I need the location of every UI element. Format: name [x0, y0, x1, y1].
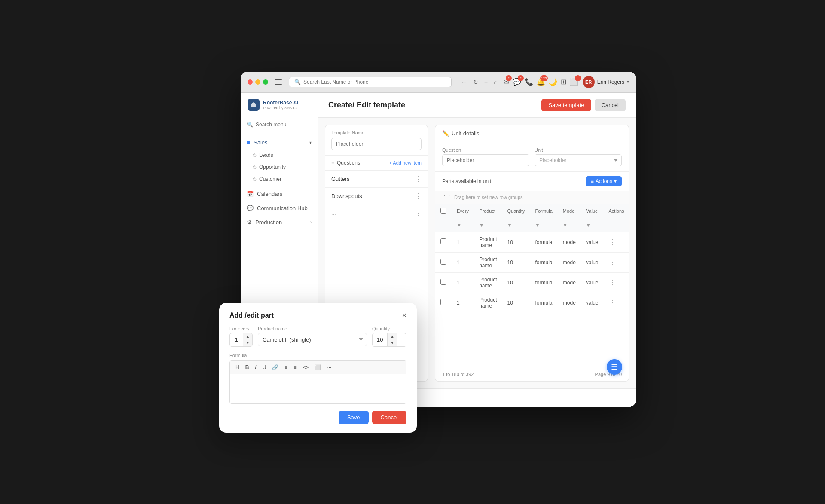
refresh-button[interactable]: ↻ — [471, 78, 480, 86]
modal-save-button[interactable]: Save — [339, 411, 369, 424]
sidebar-item-calendars[interactable]: 📅 Calendars — [241, 187, 318, 201]
filter-every-icon[interactable]: ▼ — [457, 223, 461, 228]
formula-toolbar: H B I U 🔗 ≡ ≡ <> ⬜ ··· — [229, 360, 406, 374]
gutters-more-icon[interactable]: ⋮ — [415, 175, 422, 183]
layout-icon[interactable]: ⊞ — [561, 78, 566, 86]
production-arrow-icon: › — [310, 220, 312, 225]
filter-formula-icon[interactable]: ▼ — [535, 223, 540, 228]
forward-button[interactable]: + — [483, 78, 489, 86]
filter-mode-icon[interactable]: ▼ — [563, 223, 568, 228]
quantity-stepper[interactable]: 10 ▲ ▼ — [372, 333, 406, 347]
row1-more-icon[interactable]: ⋮ — [609, 238, 616, 246]
back-button[interactable]: ← — [459, 78, 469, 86]
chat-icon[interactable]: 💬 2 — [513, 78, 521, 86]
page-title: Create/ Edit template — [328, 101, 405, 110]
template-name-input[interactable] — [331, 138, 422, 150]
modal-close-button[interactable]: × — [402, 312, 406, 319]
hamburger-icon[interactable] — [272, 77, 284, 87]
sidebar-item-leads[interactable]: ◎ Leads — [253, 149, 318, 161]
formula-bold-button[interactable]: B — [243, 363, 251, 371]
table-container[interactable]: ⋮⋮ Drag here to set new row groups Every — [435, 191, 629, 367]
sidebar-item-opportunity[interactable]: ◎ Opportunity — [253, 161, 318, 173]
filter-cell-mode: ▼ — [558, 218, 581, 232]
question-input[interactable] — [442, 154, 529, 166]
product-name-select[interactable]: Camelot II (shingle) — [258, 333, 367, 346]
maximize-dot[interactable] — [263, 79, 268, 85]
row4-formula: formula — [530, 293, 557, 313]
row4-more-icon[interactable]: ⋮ — [609, 299, 616, 306]
stepper-up-button[interactable]: ▲ — [243, 333, 252, 340]
url-bar[interactable]: 🔍 — [289, 77, 452, 87]
row3-actions[interactable]: ⋮ — [604, 272, 629, 293]
mail-icon[interactable]: ✉ 2 — [504, 78, 509, 86]
question-item-gutters[interactable]: Gutters ⋮ — [325, 171, 428, 188]
sales-children: ◎ Leads ◎ Opportunity ◎ Customer — [241, 149, 318, 185]
notification-icon[interactable]: 🔔 123 — [537, 78, 545, 86]
formula-more-button[interactable]: ··· — [325, 363, 333, 371]
unit-select[interactable]: Placeholder — [535, 154, 622, 166]
nav-section-sales: Sales ▾ ◎ Leads ◎ Opportunity — [241, 136, 318, 185]
modal-cancel-button[interactable]: Cancel — [372, 411, 406, 424]
question-item-downspouts[interactable]: Downspouts ⋮ — [325, 188, 428, 205]
row2-actions[interactable]: ⋮ — [604, 252, 629, 272]
add-new-item-button[interactable]: + Add new item — [389, 160, 422, 165]
product-name-group: Product name Camelot II (shingle) — [258, 326, 367, 346]
row4-checkbox[interactable] — [440, 299, 446, 305]
row4-actions[interactable]: ⋮ — [604, 293, 629, 313]
quantity-value: 10 — [373, 333, 387, 346]
formula-underline-button[interactable]: U — [260, 363, 269, 371]
moon-icon[interactable]: 🌙 — [549, 78, 557, 86]
formula-link-button[interactable]: 🔗 — [270, 363, 281, 371]
minimize-dot[interactable] — [255, 79, 260, 85]
sidebar-item-sales[interactable]: Sales ▾ — [241, 136, 318, 149]
filter-product-icon[interactable]: ▼ — [479, 223, 484, 228]
qty-stepper-down-button[interactable]: ▼ — [388, 340, 397, 346]
formula-heading-button[interactable]: H — [233, 363, 241, 371]
formula-editor[interactable] — [229, 374, 406, 404]
filter-quantity-icon[interactable]: ▼ — [507, 223, 512, 228]
menu-search-input[interactable] — [256, 122, 312, 128]
formula-italic-button[interactable]: I — [253, 363, 258, 371]
sidebar-item-communication-hub[interactable]: 💬 Communication Hub — [241, 201, 318, 215]
sidebar-item-customer[interactable]: ◎ Customer — [253, 173, 318, 185]
for-every-stepper[interactable]: 1 ▲ ▼ — [229, 333, 253, 347]
sidebar-item-production[interactable]: ⚙ Production › — [241, 215, 318, 229]
quantity-label: Quantity — [372, 326, 406, 331]
stepper-down-button[interactable]: ▼ — [243, 340, 252, 346]
save-template-button[interactable]: Save template — [541, 99, 591, 111]
select-all-checkbox[interactable] — [440, 208, 446, 214]
question-item-more[interactable]: ... ⋮ — [325, 205, 428, 222]
user-avatar[interactable]: ER Erin Rogers ▾ — [583, 76, 629, 88]
formula-list-button[interactable]: ≡ — [282, 363, 290, 371]
row2-checkbox[interactable] — [440, 259, 446, 265]
row3-more-icon[interactable]: ⋮ — [609, 279, 616, 286]
row2-checkbox-cell — [435, 252, 452, 272]
formula-block-button[interactable]: ⬜ — [312, 363, 323, 371]
row2-more-icon[interactable]: ⋮ — [609, 259, 616, 266]
row3-checkbox[interactable] — [440, 279, 446, 285]
row1-checkbox-cell — [435, 232, 452, 252]
actions-button[interactable]: ≡ Actions ▾ — [586, 176, 622, 186]
questions-header: ≡ Questions + Add new item — [325, 156, 428, 171]
row4-every: 1 — [452, 293, 474, 313]
downspouts-more-icon[interactable]: ⋮ — [415, 192, 422, 200]
more-item-icon[interactable]: ⋮ — [415, 209, 422, 217]
row1-actions[interactable]: ⋮ — [604, 232, 629, 252]
pagination-text: 1 to 180 of 392 — [442, 372, 474, 377]
fab-button[interactable]: ☰ — [607, 359, 622, 375]
close-dot[interactable] — [248, 79, 253, 85]
formula-ordered-list-button[interactable]: ≡ — [291, 363, 299, 371]
window-icon[interactable]: ⬜ — [570, 78, 578, 86]
cancel-button[interactable]: Cancel — [595, 99, 626, 111]
parts-title: Parts available in unit — [442, 178, 491, 184]
row1-checkbox[interactable] — [440, 238, 446, 244]
col-every: Every — [452, 204, 474, 218]
filter-value-icon[interactable]: ▼ — [586, 223, 591, 228]
qty-stepper-up-button[interactable]: ▲ — [388, 333, 397, 340]
modal-header: Add /edit part × — [229, 312, 406, 319]
home-button[interactable]: ⌂ — [492, 78, 499, 86]
row2-value: value — [581, 252, 604, 272]
search-input[interactable] — [303, 79, 446, 85]
formula-code-button[interactable]: <> — [300, 363, 311, 371]
phone-icon[interactable]: 📞 — [525, 78, 533, 86]
